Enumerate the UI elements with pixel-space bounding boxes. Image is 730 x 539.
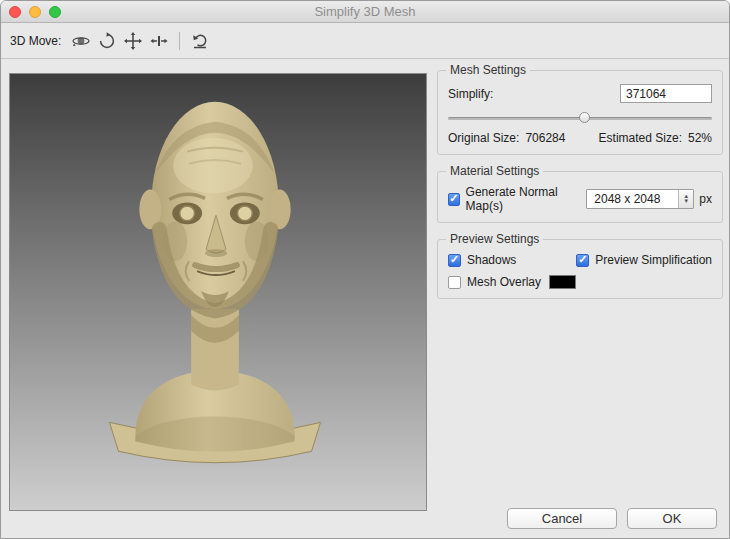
titlebar: Simplify 3D Mesh — [1, 1, 729, 23]
estimated-size-label: Estimated Size: — [599, 131, 682, 145]
overlay-color-swatch[interactable] — [549, 275, 576, 289]
slide-3d-icon[interactable] — [149, 31, 169, 51]
cancel-button[interactable]: Cancel — [507, 508, 617, 529]
material-settings-title: Material Settings — [446, 164, 543, 178]
preview-simplification-label: Preview Simplification — [595, 253, 712, 267]
generate-normal-map-checkbox-box[interactable] — [448, 193, 460, 206]
simplify-slider-thumb[interactable] — [579, 112, 590, 123]
generate-normal-map-checkbox[interactable]: Generate Normal Map(s) — [448, 185, 581, 213]
mesh-settings-group: Mesh Settings Simplify: Original Size: 7… — [437, 63, 723, 155]
material-settings-group: Material Settings Generate Normal Map(s)… — [437, 164, 723, 223]
simplify-label: Simplify: — [448, 87, 493, 101]
simplify-3d-mesh-dialog: Simplify 3D Mesh 3D Move: — [0, 0, 730, 539]
px-unit-label: px — [699, 192, 712, 206]
dropdown-arrows-icon: ▲▼ — [678, 190, 693, 208]
normal-map-size-dropdown[interactable]: 2048 x 2048 ▲▼ — [586, 189, 694, 209]
move-toolbar: 3D Move: — [1, 24, 729, 59]
shadows-checkbox-box[interactable] — [448, 254, 461, 267]
generate-normal-map-label: Generate Normal Map(s) — [466, 185, 582, 213]
mesh-overlay-label: Mesh Overlay — [467, 275, 541, 289]
normal-map-size-value: 2048 x 2048 — [594, 192, 660, 206]
ok-button[interactable]: OK — [627, 508, 717, 529]
shadows-checkbox[interactable]: Shadows — [448, 253, 516, 267]
pan-3d-icon[interactable] — [123, 31, 143, 51]
rotate-3d-icon[interactable] — [71, 31, 91, 51]
toolbar-separator — [179, 32, 180, 50]
window-title: Simplify 3D Mesh — [1, 1, 729, 23]
roll-3d-icon[interactable] — [97, 31, 117, 51]
simplify-value-input[interactable] — [620, 84, 712, 103]
move-toolbar-label: 3D Move: — [10, 34, 61, 48]
original-size-value: 706284 — [525, 131, 565, 145]
original-size-label: Original Size: — [448, 131, 519, 145]
reset-camera-icon[interactable] — [190, 31, 210, 51]
3d-preview-viewport[interactable] — [9, 73, 427, 511]
preview-settings-title: Preview Settings — [446, 232, 543, 246]
mesh-settings-title: Mesh Settings — [446, 63, 530, 77]
simplify-slider[interactable] — [448, 111, 712, 125]
settings-panel: Mesh Settings Simplify: Original Size: 7… — [437, 63, 723, 308]
preview-settings-group: Preview Settings Shadows Preview Simplif… — [437, 232, 723, 299]
preview-simplification-checkbox[interactable]: Preview Simplification — [576, 253, 712, 267]
mesh-overlay-checkbox[interactable]: Mesh Overlay — [448, 275, 541, 289]
3d-bust-render — [10, 74, 426, 510]
estimated-size-value: 52% — [688, 131, 712, 145]
shadows-label: Shadows — [467, 253, 516, 267]
preview-simplification-checkbox-box[interactable] — [576, 254, 589, 267]
mesh-overlay-checkbox-box[interactable] — [448, 276, 461, 289]
